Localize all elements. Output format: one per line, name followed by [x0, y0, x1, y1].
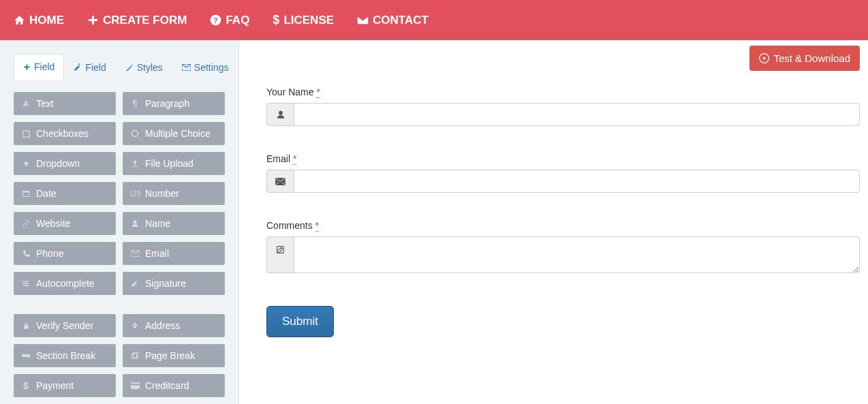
field-number[interactable]: 123Number — [123, 182, 225, 205]
svg-rect-9 — [24, 325, 28, 329]
test-download-button[interactable]: Test & Download — [749, 46, 860, 71]
nav-contact-label: CONTACT — [373, 14, 429, 27]
svg-rect-17 — [277, 247, 284, 253]
field-page-break-label: Page Break — [145, 350, 195, 361]
comments-input[interactable] — [294, 236, 860, 273]
field-checkboxes-label: Checkboxes — [36, 128, 89, 139]
field-date[interactable]: Date — [14, 182, 116, 205]
field-file-upload[interactable]: File Upload — [123, 152, 225, 175]
paragraph-icon: ¶ — [130, 98, 140, 109]
svg-rect-14 — [131, 384, 140, 385]
field-phone[interactable]: Phone — [14, 242, 116, 265]
sidebar-tabs: Field Field Styles Settings — [0, 54, 238, 80]
form-field-name: Your Name * — [266, 87, 860, 126]
field-name-label: Name — [145, 218, 170, 229]
email-input[interactable] — [294, 170, 860, 193]
dollar-icon: $ — [21, 380, 31, 391]
form-canvas: Test & Download Your Name * Email * Comm… — [239, 40, 868, 404]
field-address[interactable]: Address — [123, 314, 225, 337]
nav-contact[interactable]: CONTACT — [357, 14, 429, 27]
field-verify-sender[interactable]: Verify Sender — [14, 314, 116, 337]
nav-create-form[interactable]: CREATE FORM — [87, 14, 187, 27]
nav-license[interactable]: $LICENSE — [273, 13, 334, 27]
edit-icon — [266, 236, 294, 273]
dollar-icon: $ — [273, 13, 279, 27]
field-creditcard-label: Creditcard — [145, 380, 189, 391]
required-mark: * — [293, 153, 296, 165]
tab-styles-label: Styles — [137, 62, 163, 73]
tab-settings[interactable]: Settings — [172, 54, 238, 80]
home-icon — [14, 14, 25, 26]
field-name[interactable]: Name — [123, 212, 225, 235]
tab-edit-field[interactable]: Field — [64, 54, 115, 80]
wand-icon — [125, 63, 134, 72]
tab-edit-field-label: Field — [85, 62, 106, 73]
field-payment-label: Payment — [36, 380, 74, 391]
field-creditcard[interactable]: Creditcard — [123, 374, 225, 397]
user-icon — [130, 219, 140, 228]
field-paragraph[interactable]: ¶Paragraph — [123, 92, 225, 115]
field-dropdown-label: Dropdown — [36, 158, 80, 169]
field-autocomplete[interactable]: Autocomplete — [14, 272, 116, 295]
field-checkboxes[interactable]: Checkboxes — [14, 122, 116, 145]
comments-label: Comments * — [266, 220, 860, 231]
field-email-label: Email — [145, 248, 169, 259]
tab-add-field[interactable]: Field — [14, 54, 64, 80]
field-signature-label: Signature — [145, 278, 186, 289]
field-website[interactable]: Website — [14, 212, 116, 235]
phone-icon — [21, 249, 31, 258]
plus-icon — [23, 63, 31, 71]
form-field-comments: Comments * — [266, 220, 860, 273]
field-autocomplete-label: Autocomplete — [36, 278, 95, 289]
svg-point-4 — [132, 131, 138, 137]
play-circle-icon — [759, 53, 769, 63]
field-page-break[interactable]: Page Break — [123, 344, 225, 367]
field-paragraph-label: Paragraph — [145, 98, 189, 109]
name-input[interactable] — [294, 103, 860, 126]
required-mark: * — [316, 87, 320, 98]
checkbox-icon — [21, 130, 31, 138]
user-icon — [266, 103, 294, 126]
card-icon — [130, 382, 140, 389]
nav-home[interactable]: HOME — [14, 14, 64, 27]
svg-rect-10 — [22, 354, 30, 357]
email-label: Email * — [266, 153, 860, 164]
required-mark: * — [315, 220, 319, 232]
field-signature[interactable]: Signature — [123, 272, 225, 295]
nav-license-label: LICENSE — [283, 14, 334, 27]
tab-settings-label: Settings — [194, 62, 229, 73]
envelope-icon — [182, 64, 191, 71]
field-palette: Text ¶Paragraph Checkboxes Multiple Choi… — [0, 92, 238, 295]
form-field-email: Email * — [266, 153, 860, 193]
field-text-label: Text — [36, 98, 54, 109]
field-section-break-label: Section Break — [36, 350, 95, 361]
copy-icon — [130, 352, 140, 360]
field-website-label: Website — [36, 218, 70, 229]
list-icon — [21, 279, 31, 288]
field-dropdown[interactable]: ▾Dropdown — [14, 152, 116, 175]
field-text[interactable]: Text — [14, 92, 116, 115]
svg-point-7 — [134, 221, 137, 224]
svg-rect-13 — [131, 382, 140, 389]
upload-icon — [130, 159, 140, 168]
edit-icon — [74, 63, 82, 72]
nav-create-label: CREATE FORM — [103, 14, 187, 27]
field-date-label: Date — [36, 188, 57, 199]
top-nav: HOME CREATE FORM ?FAQ $LICENSE CONTACT — [0, 0, 868, 40]
field-verify-sender-label: Verify Sender — [36, 320, 93, 331]
envelope-icon — [357, 16, 369, 25]
caret-down-icon: ▾ — [21, 158, 31, 169]
link-icon — [21, 219, 31, 228]
field-payment[interactable]: $Payment — [14, 374, 116, 397]
test-download-label: Test & Download — [773, 52, 850, 64]
field-section-break[interactable]: Section Break — [14, 344, 116, 367]
field-multiple-choice[interactable]: Multiple Choice — [123, 122, 225, 145]
minus-icon — [21, 354, 31, 357]
nav-faq[interactable]: ?FAQ — [210, 14, 249, 27]
nav-home-label: HOME — [29, 14, 64, 27]
submit-button[interactable]: Submit — [266, 306, 334, 337]
tab-styles[interactable]: Styles — [116, 54, 172, 80]
font-icon — [21, 99, 31, 108]
pencil-icon — [130, 279, 140, 288]
field-email[interactable]: Email — [123, 242, 225, 265]
